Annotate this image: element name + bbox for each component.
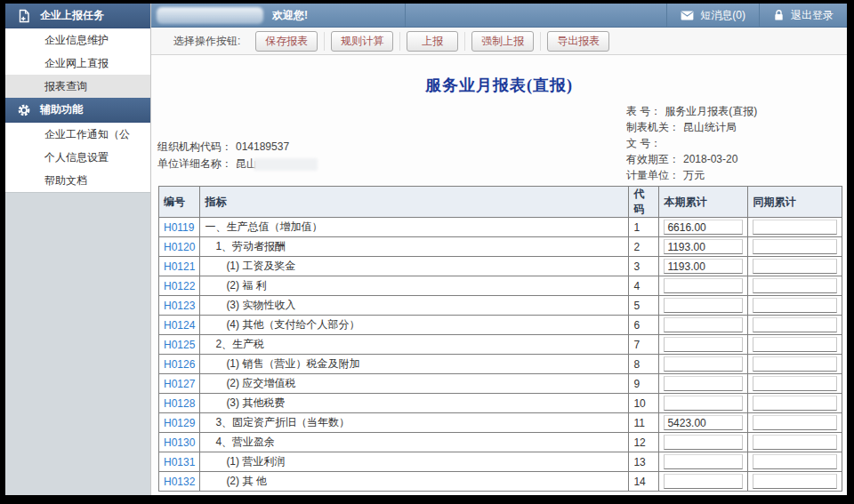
table-row: H0129 3、固定资产折旧（当年数） 11 — [159, 413, 842, 433]
current-period-input[interactable] — [664, 435, 743, 450]
row-indicator: (2) 应交增值税 — [200, 374, 629, 394]
col-header-current: 本期累计 — [659, 187, 748, 218]
toolbar-button[interactable]: 上报 — [407, 31, 458, 52]
row-code-link[interactable]: H0121 — [164, 260, 195, 273]
toolbar-button[interactable]: 导出报表 — [547, 31, 609, 52]
row-indicator: (1) 营业利润 — [200, 452, 629, 472]
row-seq: 9 — [629, 374, 659, 394]
row-indicator: (3) 其他税费 — [200, 394, 629, 413]
messages-button[interactable]: 短消息(0) — [666, 4, 759, 27]
gear-icon — [17, 103, 31, 117]
org-code-value: 014189537 — [236, 140, 289, 153]
app-window: 企业上报任务 企业信息维护 企业网上直报 报表查询 辅助功能 企业工作通知（公告… — [5, 4, 847, 495]
same-period-input[interactable] — [753, 396, 837, 411]
current-period-input[interactable] — [664, 337, 743, 352]
org-meta: 组织机构代码：014189537 单位详细名称：昆山 — [157, 139, 318, 172]
row-code-link[interactable]: H0125 — [164, 339, 195, 351]
row-seq: 13 — [629, 452, 659, 472]
redacted-username — [157, 7, 263, 24]
same-period-input[interactable] — [753, 239, 837, 254]
col-header-code: 编号 — [159, 187, 200, 218]
meta-label: 制表机关： — [626, 121, 680, 133]
toolbar-button[interactable]: 规则计算 — [331, 31, 393, 52]
row-indicator: 2、生产税 — [200, 335, 629, 355]
welcome-text: 欢迎您! — [272, 8, 308, 23]
toolbar-divider — [399, 32, 400, 51]
same-period-input[interactable] — [753, 259, 837, 274]
row-code-link[interactable]: H0131 — [164, 456, 195, 468]
same-period-input[interactable] — [753, 298, 837, 313]
main-area: 欢迎您! 短消息(0) 退出登录 — [151, 4, 847, 495]
current-period-input[interactable] — [664, 376, 743, 391]
row-seq: 2 — [629, 237, 659, 257]
row-code-link[interactable]: H0120 — [164, 241, 195, 253]
same-period-input[interactable] — [753, 435, 837, 450]
row-code-link[interactable]: H0119 — [164, 221, 194, 234]
same-period-input[interactable] — [753, 415, 837, 430]
row-indicator: 一、生产总值（增加值） — [200, 218, 629, 237]
toolbar-button[interactable]: 强制上报 — [471, 31, 534, 52]
table-row: H0130 4、营业盈余 12 — [159, 433, 842, 452]
same-period-input[interactable] — [753, 278, 837, 293]
row-code-link[interactable]: H0126 — [164, 358, 195, 371]
row-indicator: (1) 销售（营业）税金及附加 — [200, 355, 629, 374]
top-bar: 欢迎您! 短消息(0) 退出登录 — [151, 4, 847, 28]
current-period-input[interactable] — [664, 415, 743, 430]
same-period-input[interactable] — [753, 317, 837, 332]
toolbar-label: 选择操作按钮: — [173, 34, 240, 49]
toolbar-button[interactable]: 保存报表 — [255, 31, 318, 52]
row-code-link[interactable]: H0130 — [164, 436, 195, 449]
sidebar-section-header[interactable]: 辅助功能 — [5, 98, 150, 123]
row-code-link[interactable]: H0132 — [164, 476, 195, 488]
meta-value: 服务业月报表(直报) — [665, 105, 757, 117]
same-period-input[interactable] — [753, 474, 837, 489]
row-code-link[interactable]: H0124 — [164, 319, 195, 332]
sidebar-item[interactable]: 企业信息维护 — [5, 28, 150, 52]
sidebar-item[interactable]: 报表查询 — [5, 75, 150, 98]
report-meta-line: 有效期至：2018-03-20 — [626, 151, 757, 167]
toolbar-divider — [464, 32, 465, 51]
current-period-input[interactable] — [664, 239, 743, 254]
row-code-link[interactable]: H0127 — [164, 378, 195, 390]
sidebar-item[interactable]: 企业工作通知（公告） — [5, 123, 150, 146]
sidebar-section-header[interactable]: 企业上报任务 — [5, 4, 150, 28]
row-seq: 5 — [629, 296, 659, 316]
row-code-link[interactable]: H0122 — [164, 280, 195, 292]
current-period-input[interactable] — [664, 356, 743, 372]
current-period-input[interactable] — [664, 259, 743, 274]
current-period-input[interactable] — [664, 474, 743, 489]
current-period-input[interactable] — [664, 278, 743, 293]
table-row: H0120 1、劳动者报酬 2 — [159, 237, 842, 257]
row-seq: 3 — [629, 257, 659, 276]
logout-button[interactable]: 退出登录 — [759, 4, 847, 27]
toolbar: 选择操作按钮: 保存报表 规则计算 上报 强制上报 导出报表 — [151, 28, 847, 55]
sidebar-item[interactable]: 个人信息设置 — [5, 146, 150, 169]
current-period-input[interactable] — [664, 298, 743, 313]
same-period-input[interactable] — [753, 454, 837, 469]
row-indicator: 1、劳动者报酬 — [200, 237, 629, 257]
row-indicator: (2) 其 他 — [200, 472, 629, 492]
table-row: H0121 (1) 工资及奖金 3 — [159, 257, 842, 276]
current-period-input[interactable] — [664, 220, 743, 235]
meta-value: 2018-03-20 — [683, 153, 737, 165]
table-row: H0119 一、生产总值（增加值） 1 — [159, 218, 842, 237]
same-period-input[interactable] — [753, 337, 837, 352]
meta-value: 昆山统计局 — [683, 121, 737, 133]
current-period-input[interactable] — [664, 396, 743, 411]
row-seq: 12 — [629, 433, 659, 452]
lock-icon — [773, 9, 785, 21]
row-code-link[interactable]: H0128 — [164, 397, 195, 410]
same-period-input[interactable] — [753, 376, 837, 391]
same-period-input[interactable] — [753, 220, 837, 235]
sidebar-item[interactable]: 企业网上直报 — [5, 52, 150, 75]
col-header-seq: 代码 — [629, 187, 659, 218]
file-plus-icon — [17, 9, 31, 23]
row-indicator: 3、固定资产折旧（当年数） — [200, 413, 629, 433]
row-code-link[interactable]: H0129 — [164, 417, 195, 429]
current-period-input[interactable] — [664, 317, 743, 332]
row-code-link[interactable]: H0123 — [164, 300, 195, 312]
same-period-input[interactable] — [753, 356, 837, 372]
current-period-input[interactable] — [664, 454, 743, 469]
row-seq: 14 — [629, 472, 659, 492]
sidebar-item[interactable]: 帮助文档 — [5, 169, 150, 192]
